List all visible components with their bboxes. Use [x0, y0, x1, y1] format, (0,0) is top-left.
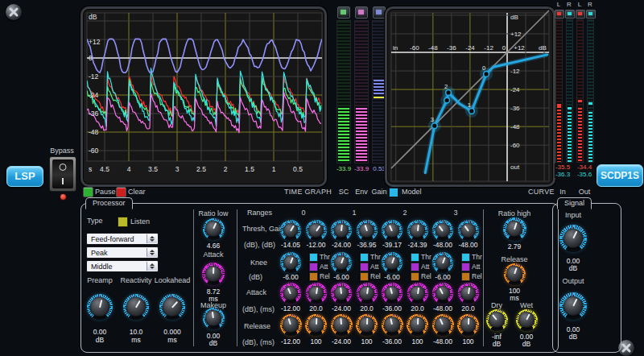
- release-right-label: Release: [501, 255, 527, 263]
- lookahead-value: 0.000: [163, 328, 180, 336]
- in-l-meter-button[interactable]: [555, 10, 564, 19]
- thr-checkbox-r1[interactable]: [360, 253, 369, 262]
- makeup-knob[interactable]: [203, 308, 225, 329]
- svg-text:-12: -12: [510, 68, 520, 75]
- rel-checkbox-r1[interactable]: [360, 272, 369, 281]
- thresh-knob-3[interactable]: [432, 220, 453, 241]
- attack-ms-knob-2[interactable]: [407, 283, 428, 304]
- release-right-knob[interactable]: [504, 263, 526, 285]
- knee-row-label: Knee: [250, 259, 267, 267]
- release-ms-knob-2[interactable]: [407, 314, 428, 336]
- att-checkbox-r0[interactable]: [309, 263, 318, 271]
- attack-db-knob-0[interactable]: [280, 283, 301, 304]
- range-col-0: 0: [301, 209, 305, 217]
- reactivity-knob[interactable]: [123, 294, 149, 320]
- sc-source-select[interactable]: Middle: [86, 260, 159, 272]
- knee-knob-0[interactable]: [280, 252, 301, 273]
- curve-dot-1[interactable]: [469, 109, 474, 114]
- gain-knob-3[interactable]: [458, 220, 479, 241]
- curve-dot-0[interactable]: [484, 71, 489, 77]
- out-l-label: L: [577, 1, 582, 8]
- rel-checkbox-r0[interactable]: [309, 272, 318, 281]
- knee-knob-2[interactable]: [382, 252, 402, 273]
- attack-db-knob-3[interactable]: [432, 283, 453, 304]
- ratio-low-knob[interactable]: [203, 218, 225, 240]
- dry-knob[interactable]: [486, 309, 508, 331]
- gain-meter-button[interactable]: [373, 6, 386, 19]
- rel-checkbox-label: Rel: [370, 272, 381, 280]
- thresh-row-label: Thresh, Gain: [242, 225, 284, 233]
- thr-checkbox-r2[interactable]: [411, 253, 419, 262]
- thresh-knob-1[interactable]: [331, 220, 352, 241]
- thresh-gain-value-7: -48.00: [458, 241, 477, 249]
- att-checkbox-label: Att: [370, 263, 378, 271]
- attack-mid-knob[interactable]: [202, 263, 225, 285]
- wet-knob[interactable]: [516, 309, 538, 331]
- out-meter-l: [576, 19, 584, 163]
- release-db-knob-2[interactable]: [382, 314, 403, 336]
- att-checkbox-r1[interactable]: [360, 263, 369, 271]
- lsp-brand-button[interactable]: LSP: [6, 166, 43, 187]
- release-ms-knob-0[interactable]: [305, 314, 327, 336]
- output-knob[interactable]: [559, 292, 587, 320]
- clear-button[interactable]: [116, 187, 126, 197]
- rel-checkbox-r3[interactable]: [461, 272, 470, 281]
- ratio-high-knob[interactable]: [503, 217, 526, 241]
- release-db-knob-0[interactable]: [280, 314, 302, 336]
- thr-checkbox-r3[interactable]: [461, 253, 470, 262]
- release-value-3: 100: [361, 337, 372, 346]
- curve-dot-3[interactable]: [431, 123, 437, 129]
- gain-knob-0[interactable]: [306, 220, 327, 241]
- env-meter-button[interactable]: [355, 6, 368, 19]
- attack-ms-knob-0[interactable]: [306, 283, 327, 304]
- spinner-icon[interactable]: [147, 234, 157, 243]
- svg-text:2.5: 2.5: [196, 165, 206, 173]
- pause-button[interactable]: [83, 187, 93, 197]
- svg-text:+12: +12: [510, 31, 522, 38]
- thresh-knob-2[interactable]: [382, 220, 402, 241]
- rel-checkbox-r2[interactable]: [411, 272, 419, 281]
- in-r-meter-button[interactable]: [565, 10, 575, 19]
- bypass-switch[interactable]: [49, 156, 76, 192]
- type-select[interactable]: Feed-forward: [86, 233, 159, 245]
- lookahead-knob[interactable]: [159, 294, 185, 320]
- out-l-meter-button[interactable]: [576, 10, 585, 19]
- reactivity-value: 10.0: [130, 328, 143, 336]
- curve-dot-2[interactable]: [446, 90, 452, 96]
- spinner-icon[interactable]: [147, 262, 157, 271]
- model-checkbox[interactable]: [389, 188, 398, 197]
- listen-led-button[interactable]: [118, 217, 128, 227]
- svg-text:-36: -36: [89, 110, 99, 118]
- svg-text:-48: -48: [89, 128, 99, 136]
- sc-mode-select[interactable]: Peak: [86, 246, 159, 259]
- gain-knob-1[interactable]: [357, 220, 378, 241]
- rel-checkbox-label: Rel: [320, 272, 330, 280]
- thresh-knob-0[interactable]: [280, 220, 301, 241]
- release-ms-knob-3[interactable]: [457, 314, 479, 336]
- svg-text:-24: -24: [510, 86, 520, 93]
- thr-checkbox-r0[interactable]: [309, 253, 318, 262]
- att-checkbox-r3[interactable]: [461, 263, 470, 271]
- attack-ms-knob-3[interactable]: [458, 283, 479, 304]
- plugin-name-button[interactable]: SCDP1S: [597, 164, 643, 187]
- gain-knob-2[interactable]: [407, 220, 428, 241]
- input-knob[interactable]: [559, 225, 587, 252]
- attack-db-knob-2[interactable]: [382, 283, 402, 304]
- att-checkbox-r2[interactable]: [411, 263, 419, 271]
- svg-text:1.5: 1.5: [245, 165, 254, 173]
- knee-knob-3[interactable]: [432, 252, 453, 273]
- wet-label: Wet: [520, 301, 533, 309]
- knee-knob-1[interactable]: [331, 252, 352, 273]
- preamp-knob[interactable]: [87, 294, 113, 320]
- out-r-meter-button[interactable]: [586, 10, 596, 19]
- knee-value-3: -6.00: [435, 273, 450, 281]
- spinner-icon[interactable]: [147, 248, 157, 257]
- svg-text:0: 0: [482, 64, 485, 72]
- attack-ms-knob-1[interactable]: [357, 283, 378, 304]
- svg-text:dB: dB: [539, 44, 547, 52]
- attack-db-knob-1[interactable]: [331, 283, 352, 304]
- release-db-knob-3[interactable]: [432, 314, 454, 336]
- release-db-knob-1[interactable]: [331, 314, 353, 336]
- release-ms-knob-1[interactable]: [356, 314, 378, 336]
- sc-meter-button[interactable]: [337, 6, 350, 19]
